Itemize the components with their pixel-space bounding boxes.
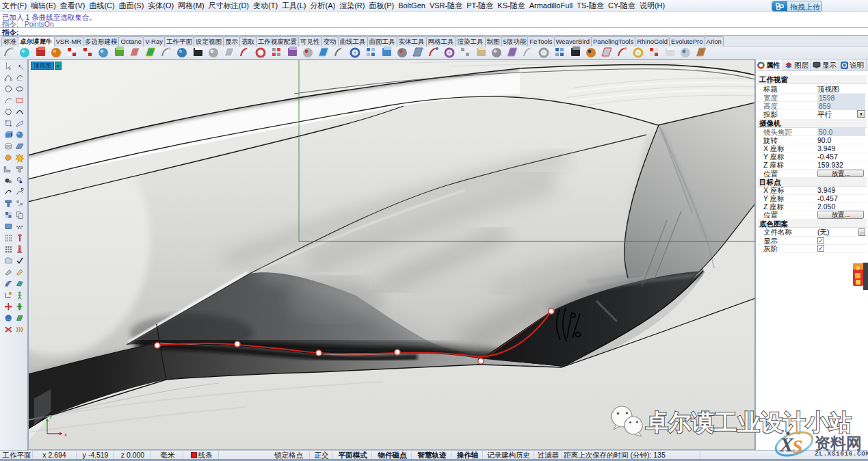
svg-text:y: y (49, 413, 52, 419)
svg-text:S: S (792, 436, 803, 457)
svg-text:x: x (64, 432, 67, 438)
svg-text:ZL.XS1616.COM: ZL.XS1616.COM (815, 450, 868, 458)
